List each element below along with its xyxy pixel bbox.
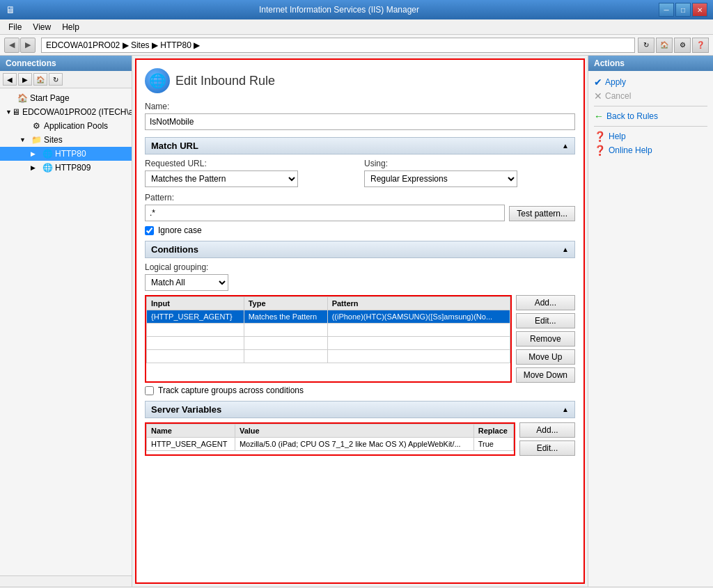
match-url-toggle[interactable]: ▲ [562,142,569,150]
back-button[interactable]: ◀ [4,38,19,53]
name-input[interactable] [145,113,575,130]
refresh-button[interactable]: ↻ [638,38,655,53]
action-cancel[interactable]: ✕ Cancel [594,89,707,103]
action-apply[interactable]: ✔ Apply [594,75,707,89]
expand-http809-icon: ▶ [31,164,42,171]
action-apply-label: Apply [605,77,626,87]
sidebar-item-sites[interactable]: ▼ 📁 Sites [0,133,132,147]
home-button[interactable]: 🏠 [656,38,673,53]
using-select[interactable]: Regular Expressions [364,170,517,187]
conditions-remove-button[interactable]: Remove [516,331,575,347]
menu-file[interactable]: File [3,21,27,33]
sidebar-item-http809[interactable]: ▶ 🌐 HTTP809 [0,161,132,175]
sidebar-home-btn[interactable]: 🏠 [33,73,47,86]
cancel-icon: ✕ [594,90,602,102]
action-online-help-label: Online Help [609,145,652,155]
col-type: Type [244,297,327,310]
help-icon: ❓ [594,131,606,142]
sidebar-tree: 🏠 Start Page ▼ 🖥 EDCOWA01PRO02 (ITECH\ad… [0,88,132,575]
name-section: Name: [145,102,575,130]
test-pattern-button[interactable]: Test pattern... [509,206,575,221]
sites-icon: 📁 [31,134,42,145]
track-capture-checkbox[interactable] [145,386,154,395]
server-vars-header: Server Variables ▲ [145,401,575,418]
conditions-table-container: Input Type Pattern {HTTP_USER_AGENT} Mat… [145,295,512,383]
sv-row[interactable]: HTTP_USER_AGENT Mozilla/5.0 (iPad; CPU O… [147,438,514,451]
server-vars-side-buttons: Add... Edit... [519,422,575,456]
sidebar-back-btn[interactable]: ◀ [3,73,17,86]
using-group: Using: Regular Expressions [364,159,575,187]
maximize-button[interactable]: □ [675,3,691,17]
track-checkbox-row: Track capture groups across conditions [145,386,575,395]
sidebar-item-server[interactable]: ▼ 🖥 EDCOWA01PRO02 (ITECH\ad [0,105,132,119]
requested-url-label: Requested URL: [145,159,356,168]
server-vars-table: Name Value Replace HTTP_USER_AGENT Mozil… [146,424,514,451]
sv-edit-button[interactable]: Edit... [519,440,575,456]
sidebar-forward-btn[interactable]: ▶ [18,73,32,86]
conditions-table-area: Input Type Pattern {HTTP_USER_AGENT} Mat… [145,295,575,383]
form-title-text: Edit Inbound Rule [175,74,275,88]
expand-sites-icon: ▼ [19,136,31,143]
help-button[interactable]: ❓ [692,38,709,53]
sv-replace: True [473,438,513,451]
menu-help[interactable]: Help [56,21,85,33]
requested-url-select[interactable]: Matches the Pattern [145,170,298,187]
separator-2 [594,126,707,127]
server-vars-title: Server Variables [151,404,221,415]
separator-1 [594,106,707,106]
main-layout: Connections ◀ ▶ 🏠 ↻ 🏠 Start Page ▼ 🖥 EDC… [0,56,713,587]
window-title: Internet Information Services (IIS) Mana… [19,5,659,15]
back-icon: ← [594,111,604,122]
address-input[interactable] [41,38,635,53]
match-url-title: Match URL [151,141,198,151]
logical-group-row: Logical grouping: Match All [145,262,575,291]
ignore-case-label: Ignore case [158,225,202,235]
action-online-help[interactable]: ❓ Online Help [594,143,707,157]
sidebar-refresh-btn[interactable]: ↻ [49,73,63,86]
sidebar: Connections ◀ ▶ 🏠 ↻ 🏠 Start Page ▼ 🖥 EDC… [0,56,132,587]
pattern-input[interactable] [145,205,505,221]
condition-row-empty-1 [147,324,510,337]
conditions-table: Input Type Pattern {HTTP_USER_AGENT} Mat… [146,296,510,363]
logical-grouping-select[interactable]: Match All [145,274,228,291]
conditions-move-up-button[interactable]: Move Up [516,349,575,365]
menu-view[interactable]: View [27,21,56,33]
condition-row[interactable]: {HTTP_USER_AGENT} Matches the Pattern ((… [147,310,510,324]
logical-grouping-label: Logical grouping: [145,262,208,272]
sidebar-server-label: EDCOWA01PRO02 (ITECH\ad [22,107,132,117]
sidebar-sites-label: Sites [44,135,63,145]
condition-row-empty-2 [147,337,510,350]
actions-body: ✔ Apply ✕ Cancel ← Back to Rules ❓ Help … [588,71,713,161]
col-pattern: Pattern [327,297,510,310]
url-fields-row: Requested URL: Matches the Pattern Using… [145,159,575,187]
sidebar-toolbar: ◀ ▶ 🏠 ↻ [0,71,132,88]
server-vars-toggle[interactable]: ▲ [562,406,569,413]
action-help[interactable]: ❓ Help [594,129,707,143]
cond-input: {HTTP_USER_AGENT} [147,310,244,324]
conditions-toggle[interactable]: ▲ [562,246,569,253]
pattern-label: Pattern: [145,193,575,202]
action-back-to-rules[interactable]: ← Back to Rules [594,109,707,123]
sv-col-replace: Replace [473,424,513,438]
forward-button[interactable]: ▶ [20,38,36,53]
minimize-button[interactable]: ─ [659,3,674,17]
conditions-edit-button[interactable]: Edit... [516,313,575,328]
ignore-case-checkbox[interactable] [145,226,154,235]
expand-server-icon: ▼ [6,109,12,116]
sv-add-button[interactable]: Add... [519,422,575,438]
sidebar-item-app-pools[interactable]: ⚙ Application Pools [0,119,132,133]
sidebar-title: Connections [0,56,132,71]
conditions-move-down-button[interactable]: Move Down [516,367,575,383]
close-button[interactable]: ✕ [692,3,707,17]
start-page-icon: 🏠 [17,93,28,104]
action-back-label: Back to Rules [606,111,658,121]
actions-title: Actions [588,56,713,71]
cond-type: Matches the Pattern [244,310,327,324]
conditions-header: Conditions ▲ [145,241,575,258]
conditions-add-button[interactable]: Add... [516,295,575,310]
sidebar-item-http80[interactable]: ▶ 🌐 HTTP80 [0,147,132,161]
settings-icon-button[interactable]: ⚙ [674,38,691,53]
sidebar-item-start-page[interactable]: 🏠 Start Page [0,91,132,105]
server-icon: 🖥 [12,106,20,118]
sv-name: HTTP_USER_AGENT [147,438,235,451]
